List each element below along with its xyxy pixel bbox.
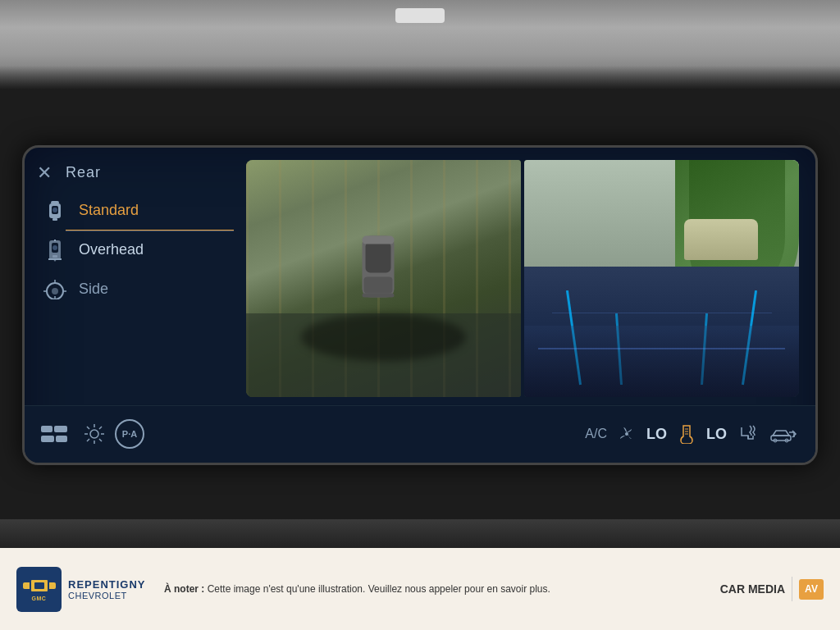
lo-label-2: LO [706,426,727,443]
camera-views-container [246,160,799,397]
bottom-area: GMC Repentigny Chevrolet À noter : Cette… [0,519,840,630]
overhead-car-silhouette [355,232,400,309]
camera-menu-panel: ✕ Rear Standa [37,160,234,397]
screen-container: ✕ Rear Standa [0,90,840,519]
footer-disclaimer: À noter : Cette image n'est qu'une illus… [164,582,704,596]
menu-item-standard-label: Standard [79,202,139,219]
parking-label: P·A [122,429,137,439]
left-controls [41,426,67,442]
svg-rect-19 [365,242,390,273]
svg-rect-22 [362,294,394,298]
camera-view-overhead [246,160,521,397]
menu-item-side[interactable]: Side [37,270,234,309]
ac-label: A/C [585,427,607,441]
carmedia-label: CAR MEDIA [720,582,785,596]
controls-bar: P·A A/C [25,405,815,463]
logo-repentigny-text: Repentigny [68,578,146,591]
brightness-controls: P·A [84,419,144,449]
dashboard-strip [0,519,840,548]
car-interior-top [0,0,840,90]
svg-rect-21 [362,236,394,244]
footer-bar: GMC Repentigny Chevrolet À noter : Cette… [0,548,840,630]
logo-text: Repentigny Chevrolet [68,578,146,600]
temperature-icon[interactable] [677,424,696,444]
svg-line-35 [87,439,89,441]
carmedia-divider [792,577,792,601]
carmedia-branding: CAR MEDIA AV [720,577,824,601]
svg-rect-8 [52,255,57,258]
svg-rect-25 [41,436,54,442]
svg-point-3 [52,208,57,212]
svg-rect-24 [54,426,67,432]
disclaimer-text: Cette image n'est qu'une illustration. V… [204,583,550,595]
menu-title: Rear [37,164,234,181]
hvac-controls: A/C LO [585,424,799,444]
seat-heat-icon[interactable] [737,424,760,444]
camera-view-rear [524,160,799,397]
toggle-icon[interactable] [41,426,67,442]
svg-rect-23 [41,426,52,432]
infotainment-screen: ✕ Rear Standa [22,145,818,465]
disclaimer-bold: À noter : [164,583,204,595]
menu-item-side-label: Side [79,281,108,298]
fan-icon[interactable] [617,424,637,444]
svg-rect-20 [363,277,392,294]
parking-button[interactable]: P·A [115,419,144,449]
av-label: AV [805,583,818,595]
lo-label-1: LO [646,426,667,443]
svg-line-32 [87,427,89,429]
logo-badge: GMC [16,567,62,612]
menu-item-overhead[interactable]: Overhead [37,231,234,270]
trunk-icon[interactable] [769,424,799,444]
standard-camera-icon [43,199,66,222]
brightness-icon[interactable] [84,423,105,445]
av-logo-badge: AV [799,579,824,600]
svg-point-13 [52,288,58,294]
svg-rect-46 [34,582,44,589]
dealership-logo: GMC Repentigny Chevrolet [16,567,148,612]
svg-rect-4 [52,218,57,221]
svg-line-34 [99,427,102,429]
ceiling-element [395,8,445,23]
overhead-camera-icon [43,239,66,262]
menu-item-standard[interactable]: Standard [37,191,234,231]
svg-rect-26 [56,436,67,442]
logo-chevrolet-text: Chevrolet [68,591,146,600]
svg-point-7 [52,245,57,250]
main-wrapper: ✕ Rear Standa [0,0,840,630]
side-camera-icon [43,278,66,301]
svg-point-27 [90,430,98,438]
close-button[interactable]: ✕ [37,162,52,184]
menu-item-overhead-label: Overhead [79,241,144,258]
svg-line-33 [99,439,102,441]
screen-main-content: ✕ Rear Standa [25,148,815,405]
svg-point-36 [625,432,628,436]
